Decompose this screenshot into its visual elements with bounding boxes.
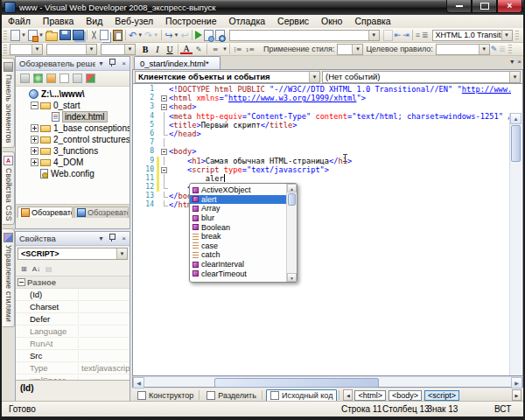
maximize-button[interactable] (472, 0, 497, 13)
attach-stylesheet-icon[interactable]: ≣ (498, 43, 507, 56)
auto-hide-pin-icon[interactable] (107, 60, 118, 67)
chevron-down-icon[interactable]: ▼ (509, 72, 520, 82)
intellisense-item[interactable]: catch (190, 250, 286, 260)
fold-margin[interactable] (159, 94, 169, 102)
code-text[interactable]: <head> (169, 102, 511, 111)
intellisense-item[interactable]: blur (190, 214, 286, 223)
property-row[interactable]: Src (16, 350, 130, 362)
auto-hide-pin-icon[interactable] (107, 234, 118, 242)
code-text[interactable]: <h1>Самая обычная HTML-страница</h1> (169, 157, 511, 165)
sidebar-tab-css-properties[interactable]: AСвойства CSS (3, 151, 15, 226)
tree-item[interactable]: index.html (16, 111, 130, 122)
tree-item[interactable]: 2_control structures (16, 134, 130, 145)
code-text[interactable]: <!DOCTYPE html PUBLIC "-//W3C//DTD XHTML… (169, 85, 511, 94)
tree-item[interactable]: 1_base conseptions (16, 122, 130, 134)
fold-margin[interactable] (159, 157, 169, 165)
document-tab[interactable]: 0_start/index.html* (134, 56, 220, 69)
collapse-icon[interactable] (161, 95, 167, 102)
chevron-down-icon[interactable]: ▼ (368, 31, 379, 40)
tree-item[interactable]: 0_start (16, 100, 130, 111)
fold-margin[interactable] (159, 174, 169, 183)
code-text[interactable] (169, 138, 511, 147)
view-tab-Разделить[interactable]: Разделить (203, 390, 260, 401)
code-text[interactable]: <title>Первый скрипт</title> (169, 121, 511, 130)
scroll-down-icon[interactable]: ▼ (287, 273, 297, 282)
increase-indent-icon[interactable]: ⇥ (402, 29, 410, 42)
copy-web-site-icon[interactable] (86, 74, 95, 83)
view-in-browser-icon[interactable] (214, 29, 226, 42)
menu-item[interactable]: Сервис (271, 15, 315, 28)
menu-item[interactable]: Отладка (223, 15, 272, 28)
property-row[interactable]: RunAt (16, 338, 130, 350)
event-dropdown[interactable]: (Нет событий)▼ (322, 71, 521, 83)
apply-style-combo[interactable]: ▼ (337, 44, 363, 55)
alphabetical-sort-icon[interactable]: A↓ (32, 265, 40, 273)
collapse-icon[interactable] (161, 104, 167, 110)
intellisense-item[interactable]: clearInterval (190, 260, 286, 270)
document-list-icon[interactable]: ▾ (510, 58, 514, 66)
menu-item[interactable]: Справка (348, 15, 396, 28)
horizontal-scrollbar[interactable]: ◀ ▶ (132, 376, 523, 388)
chevron-down-icon[interactable]: ▼ (309, 72, 319, 82)
properties-icon[interactable] (20, 74, 30, 83)
sidebar-tab-toolbox[interactable]: Панель элементов (3, 58, 15, 148)
panel-tab-1[interactable]: Обозревател... (18, 206, 73, 218)
chevron-down-icon[interactable]: ▼ (38, 32, 44, 38)
scroll-up-icon[interactable]: ▲ (510, 113, 522, 124)
object-dropdown[interactable]: Клиентские объекты и события▼ (135, 71, 320, 83)
navigate-backward-icon[interactable]: ↪▼ (164, 29, 179, 42)
bold-icon[interactable]: B (139, 45, 151, 54)
code-text[interactable]: <script type="text/javascript"> (169, 165, 511, 174)
code-line[interactable]: 11 aler (133, 174, 511, 183)
breadcrumb-tag[interactable]: <html> (354, 390, 386, 401)
scroll-left-icon[interactable]: ◀ (133, 377, 144, 388)
tree-item[interactable]: 4_DOM (16, 157, 130, 168)
property-row[interactable]: Defer (16, 313, 130, 326)
intellisense-scrollbar[interactable]: ▲ ▼ (286, 184, 297, 282)
fold-margin[interactable] (159, 147, 169, 156)
scrollbar-thumb[interactable] (511, 125, 521, 162)
code-line[interactable]: 8<body> (133, 147, 511, 156)
panel-tab-2[interactable]: Обозревател... (74, 206, 129, 218)
code-line[interactable]: 10 <script type="text/javascript"> (133, 165, 511, 174)
open-file-icon[interactable] (45, 29, 59, 42)
member-search-combo[interactable]: ▼ (229, 30, 380, 41)
fold-margin[interactable] (159, 165, 169, 174)
highlight-icon[interactable]: ✎ (192, 46, 205, 53)
comment-icon[interactable] (382, 29, 394, 42)
property-row[interactable]: (Id) (16, 289, 130, 301)
property-row[interactable]: Charset (16, 301, 130, 313)
copy-icon[interactable] (99, 29, 112, 42)
expand-icon[interactable] (31, 158, 38, 166)
intellisense-item[interactable]: Boolean (190, 222, 286, 232)
fold-margin[interactable] (159, 85, 169, 94)
menu-item[interactable]: Вид (80, 15, 108, 28)
tree-item[interactable]: 3_functions (16, 145, 130, 157)
chevron-down-icon[interactable]: ▼ (137, 32, 143, 38)
toolbar-overflow-grip[interactable] (515, 31, 519, 40)
code-line[interactable]: 6</head> (133, 130, 511, 138)
menu-item[interactable]: Файл (2, 15, 37, 28)
toolbar-grip[interactable] (4, 31, 7, 40)
undo-icon[interactable]: ↶▼ (128, 29, 144, 42)
font-family-combo[interactable]: ▼ (46, 44, 97, 55)
bullet-list-icon[interactable]: ⁝≡ (232, 46, 244, 53)
property-category-row[interactable]: Разное (16, 276, 130, 289)
tree-item[interactable]: Web.config (16, 168, 130, 179)
expand-icon[interactable] (31, 136, 38, 144)
underline-icon[interactable]: U (164, 45, 176, 54)
property-value[interactable]: text/javascript (79, 363, 130, 373)
fold-margin[interactable] (159, 112, 169, 121)
fold-margin[interactable] (159, 200, 169, 209)
expand-icon[interactable] (31, 147, 38, 155)
collapse-icon[interactable] (31, 102, 38, 109)
fold-margin[interactable] (159, 183, 169, 192)
code-line[interactable]: 3<head> (133, 102, 511, 111)
intellisense-item[interactable]: alert (190, 195, 286, 205)
numbered-list-icon[interactable]: ₁≡ (244, 46, 256, 53)
save-all-icon[interactable] (72, 29, 85, 42)
collapse-icon[interactable] (18, 278, 25, 286)
menu-item[interactable]: Правка (37, 15, 80, 28)
doctype-validation-combo[interactable]: XHTML 1.0 Transition...▼ (432, 30, 513, 41)
add-new-item-icon[interactable]: ▼ (27, 29, 45, 42)
